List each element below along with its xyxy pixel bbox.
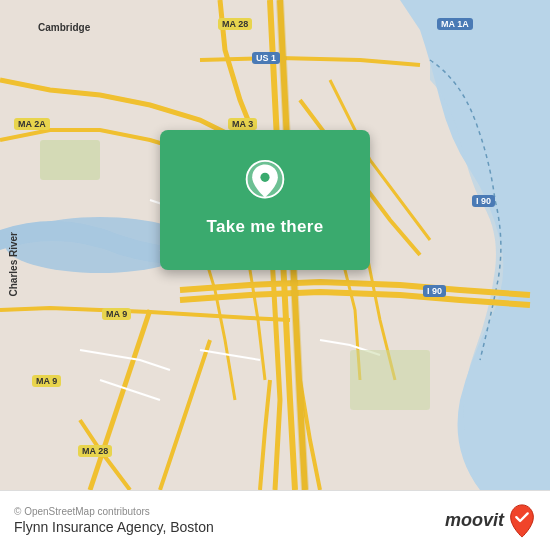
moovit-text: moovit <box>445 510 504 531</box>
ma28-top-badge: MA 28 <box>218 18 252 30</box>
us1-badge: US 1 <box>252 52 280 64</box>
cambridge-label: Cambridge <box>38 22 90 33</box>
svg-rect-2 <box>40 140 100 180</box>
ma9-left-badge: MA 9 <box>102 308 131 320</box>
bottom-bar: © OpenStreetMap contributors Flynn Insur… <box>0 490 550 550</box>
i90-right-badge: I 90 <box>472 195 495 207</box>
svg-rect-3 <box>350 350 430 410</box>
svg-point-6 <box>260 173 269 182</box>
ma28-bottom-badge: MA 28 <box>78 445 112 457</box>
location-pin-icon <box>243 159 287 203</box>
map-view: Cambridge Charles River MA 28 MA 1A US 1… <box>0 0 550 490</box>
location-name: Flynn Insurance Agency, Boston <box>14 519 214 535</box>
moovit-pin-icon <box>508 503 536 539</box>
ma1a-badge: MA 1A <box>437 18 473 30</box>
ma3-badge: MA 3 <box>228 118 257 130</box>
take-me-there-button[interactable]: Take me there <box>195 213 336 241</box>
ma9-bottom-badge: MA 9 <box>32 375 61 387</box>
copyright-text: © OpenStreetMap contributors <box>14 506 214 517</box>
action-card: Take me there <box>160 130 370 270</box>
bottom-left-info: © OpenStreetMap contributors Flynn Insur… <box>14 506 214 535</box>
ma2a-badge: MA 2A <box>14 118 50 130</box>
moovit-logo: moovit <box>445 503 536 539</box>
i90-bottom-badge: I 90 <box>423 285 446 297</box>
charles-river-label: Charles River <box>8 232 19 296</box>
